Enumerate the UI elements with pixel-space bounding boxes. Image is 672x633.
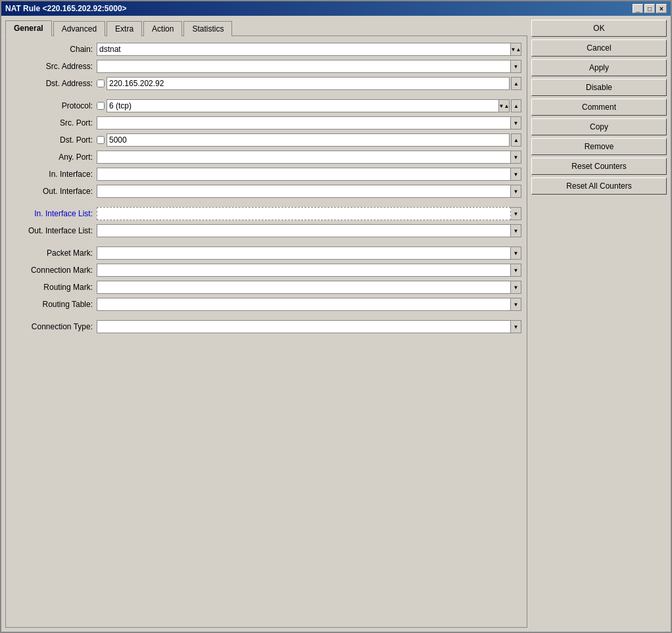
src-port-dropdown-btn[interactable]: ▼: [511, 116, 521, 129]
protocol-dropdown-btn[interactable]: ▼▲: [499, 99, 510, 112]
out-interface-dropdown-btn[interactable]: ▼: [511, 185, 521, 198]
connection-type-input[interactable]: [97, 320, 511, 333]
out-interface-list-input[interactable]: [97, 224, 511, 237]
reset-all-counters-button[interactable]: Reset All Counters: [531, 177, 667, 195]
routing-mark-input[interactable]: [97, 281, 511, 294]
src-address-dropdown-btn[interactable]: ▼: [511, 60, 521, 73]
dst-port-input-wrapper: ▲: [97, 133, 521, 147]
any-port-input-wrapper: ▼: [97, 151, 521, 164]
close-button[interactable]: ×: [656, 4, 667, 13]
routing-mark-row: Routing Mark: ▼: [11, 281, 521, 294]
dst-port-input[interactable]: [107, 133, 510, 147]
minimize-button[interactable]: _: [633, 4, 643, 13]
in-interface-input-wrapper: ▼: [97, 168, 521, 181]
ok-button[interactable]: OK: [531, 20, 667, 37]
tab-bar: General Advanced Extra Action Statistics: [5, 20, 527, 35]
packet-mark-dropdown-btn[interactable]: ▼: [511, 246, 521, 260]
protocol-input-wrapper: ▼▲ ▲: [97, 99, 521, 112]
in-interface-dropdown-btn[interactable]: ▼: [511, 168, 521, 181]
remove-button[interactable]: Remove: [531, 138, 667, 155]
any-port-dropdown-btn[interactable]: ▼: [511, 151, 521, 164]
dst-port-row: Dst. Port: ▲: [11, 133, 521, 147]
chain-input[interactable]: [97, 43, 511, 56]
out-interface-row: Out. Interface: ▼: [11, 185, 521, 198]
out-interface-label: Out. Interface:: [11, 187, 97, 196]
any-port-row: Any. Port: ▼: [11, 151, 521, 164]
in-interface-list-row: In. Interface List: ▼: [11, 207, 521, 220]
disable-button[interactable]: Disable: [531, 79, 667, 96]
packet-mark-row: Packet Mark: ▼: [11, 246, 521, 260]
connection-type-input-wrapper: ▼: [97, 320, 521, 333]
routing-table-input-wrapper: ▼: [97, 298, 521, 311]
dst-port-label: Dst. Port:: [11, 135, 97, 145]
in-interface-list-input-wrapper: ▼: [97, 207, 521, 220]
connection-mark-input[interactable]: [97, 264, 511, 277]
out-interface-list-label: Out. Interface List:: [11, 226, 97, 235]
tab-extra[interactable]: Extra: [107, 21, 142, 36]
left-panel: General Advanced Extra Action Statistics…: [5, 20, 527, 628]
packet-mark-label: Packet Mark:: [11, 248, 97, 258]
protocol-up-btn[interactable]: ▲: [511, 99, 521, 112]
chain-input-wrapper: ▼▲: [97, 43, 521, 56]
src-address-input[interactable]: [97, 60, 511, 73]
routing-table-row: Routing Table: ▼: [11, 298, 521, 311]
dst-port-up-btn[interactable]: ▲: [511, 133, 521, 147]
cancel-button[interactable]: Cancel: [531, 39, 667, 57]
dst-address-input[interactable]: [107, 77, 510, 90]
connection-mark-input-wrapper: ▼: [97, 264, 521, 277]
src-address-row: Src. Address: ▼: [11, 60, 521, 73]
packet-mark-input[interactable]: [97, 246, 511, 260]
dst-port-checkbox[interactable]: [97, 136, 105, 144]
routing-mark-dropdown-btn[interactable]: ▼: [511, 281, 521, 294]
routing-mark-input-wrapper: ▼: [97, 281, 521, 294]
tab-general[interactable]: General: [5, 20, 52, 36]
dst-address-up-btn[interactable]: ▲: [511, 77, 521, 90]
connection-mark-row: Connection Mark: ▼: [11, 264, 521, 277]
tab-statistics[interactable]: Statistics: [183, 21, 232, 36]
apply-button[interactable]: Apply: [531, 59, 667, 76]
in-interface-list-label: In. Interface List:: [11, 209, 97, 218]
src-port-input[interactable]: [97, 116, 511, 129]
routing-table-dropdown-btn[interactable]: ▼: [511, 298, 521, 311]
out-interface-list-dropdown-btn[interactable]: ▼: [511, 224, 521, 237]
src-port-row: Src. Port: ▼: [11, 116, 521, 129]
tab-advanced[interactable]: Advanced: [53, 21, 105, 36]
protocol-input[interactable]: [107, 99, 499, 112]
any-port-input[interactable]: [97, 151, 511, 164]
any-port-label: Any. Port:: [11, 152, 97, 162]
src-address-label: Src. Address:: [11, 62, 97, 71]
dst-address-checkbox[interactable]: [97, 80, 105, 87]
comment-button[interactable]: Comment: [531, 99, 667, 116]
tab-action[interactable]: Action: [143, 21, 182, 36]
src-port-label: Src. Port:: [11, 118, 97, 128]
tab-content-general: Chain: ▼▲ Src. Address: ▼ Dst.: [5, 35, 527, 628]
packet-mark-input-wrapper: ▼: [97, 246, 521, 260]
routing-table-input[interactable]: [97, 298, 511, 311]
src-address-input-wrapper: ▼: [97, 60, 521, 73]
title-bar: NAT Rule <220.165.202.92:5000> _ □ ×: [1, 1, 671, 16]
in-interface-list-dropdown-btn[interactable]: ▼: [511, 207, 521, 220]
connection-type-row: Connection Type: ▼: [11, 320, 521, 333]
out-interface-list-row: Out. Interface List: ▼: [11, 224, 521, 237]
chain-dropdown-btn[interactable]: ▼▲: [511, 43, 521, 56]
src-port-input-wrapper: ▼: [97, 116, 521, 129]
connection-type-dropdown-btn[interactable]: ▼: [511, 320, 521, 333]
copy-button[interactable]: Copy: [531, 118, 667, 135]
connection-mark-dropdown-btn[interactable]: ▼: [511, 264, 521, 277]
out-interface-input-wrapper: ▼: [97, 185, 521, 198]
connection-mark-label: Connection Mark:: [11, 266, 97, 275]
in-interface-list-input[interactable]: [97, 207, 511, 220]
protocol-row: Protocol: ▼▲ ▲: [11, 99, 521, 112]
reset-counters-button[interactable]: Reset Counters: [531, 158, 667, 175]
protocol-checkbox[interactable]: [97, 102, 105, 110]
chain-label: Chain:: [11, 45, 97, 54]
out-interface-input[interactable]: [97, 185, 511, 198]
title-bar-buttons: _ □ ×: [633, 4, 667, 13]
routing-mark-label: Routing Mark:: [11, 283, 97, 292]
chain-row: Chain: ▼▲: [11, 43, 521, 56]
in-interface-label: In. Interface:: [11, 170, 97, 179]
main-window: NAT Rule <220.165.202.92:5000> _ □ × Gen…: [0, 0, 672, 633]
window-title: NAT Rule <220.165.202.92:5000>: [5, 4, 127, 13]
maximize-button[interactable]: □: [644, 4, 655, 13]
in-interface-input[interactable]: [97, 168, 511, 181]
